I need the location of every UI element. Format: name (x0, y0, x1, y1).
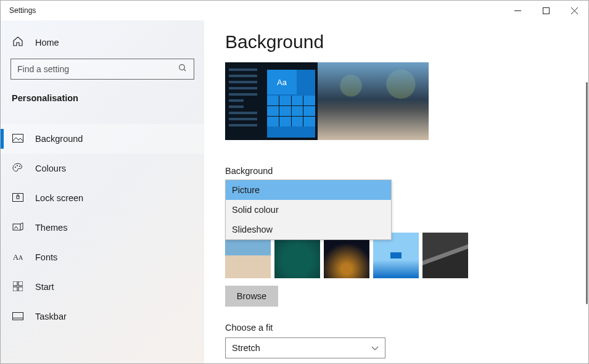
background-option-picture[interactable]: Picture (226, 180, 391, 200)
svg-rect-15 (13, 287, 17, 291)
background-option-slideshow[interactable]: Slideshow (226, 220, 391, 239)
desktop-preview: Aa (225, 62, 429, 140)
home-label: Home (35, 38, 59, 48)
sidebar-item-taskbar[interactable]: Taskbar (1, 302, 204, 331)
maximize-button[interactable] (532, 1, 560, 20)
themes-icon (12, 222, 24, 234)
background-dropdown[interactable]: Picture Solid colour Slideshow (225, 180, 392, 240)
search-placeholder: Find a setting (17, 64, 69, 74)
sample-text-tile: Aa (267, 70, 297, 94)
sidebar-item-start[interactable]: Start (1, 272, 204, 302)
sidebar-item-label: Colours (35, 163, 66, 173)
picture-thumbnail[interactable] (422, 233, 468, 278)
fit-dropdown[interactable]: Stretch (225, 337, 385, 358)
lock-screen-icon (12, 193, 24, 204)
sidebar-item-colours[interactable]: Colours (1, 154, 204, 183)
sidebar-item-label: Taskbar (35, 312, 67, 321)
fit-label: Choose a fit (225, 323, 567, 333)
svg-point-7 (15, 167, 16, 168)
sidebar-item-label: Fonts (35, 252, 57, 262)
chevron-down-icon (371, 343, 379, 353)
category-header: Personalisation (1, 83, 204, 108)
fonts-icon: AA (12, 252, 24, 262)
fit-dropdown-value: Stretch (232, 343, 260, 353)
svg-line-5 (184, 69, 186, 71)
home-button[interactable]: Home (1, 28, 204, 57)
preview-wallpaper (318, 62, 429, 140)
svg-point-8 (17, 165, 18, 166)
sidebar-item-label: Themes (35, 223, 67, 233)
svg-rect-13 (13, 281, 17, 286)
sidebar-item-fonts[interactable]: AA Fonts (1, 242, 204, 272)
window-title: Settings (9, 6, 36, 15)
svg-rect-14 (19, 281, 23, 286)
svg-point-9 (19, 165, 20, 167)
svg-point-4 (179, 65, 185, 70)
sidebar-item-background[interactable]: Background (1, 124, 204, 154)
scrollbar[interactable] (585, 20, 588, 363)
close-button[interactable] (560, 1, 588, 20)
preview-start-mock: Aa (225, 62, 318, 140)
titlebar: Settings (1, 1, 588, 20)
sidebar-item-lock-screen[interactable]: Lock screen (1, 183, 204, 213)
main-content: Background Aa Background Picture Solid c… (204, 20, 588, 363)
sidebar-item-themes[interactable]: Themes (1, 213, 204, 242)
background-option-solid-colour[interactable]: Solid colour (226, 200, 391, 220)
home-icon (12, 36, 24, 49)
picture-icon (12, 134, 24, 144)
start-icon (12, 281, 24, 293)
nav-list: Background Colours Lock screen Themes (1, 124, 204, 331)
sidebar: Home Find a setting Personalisation Back… (1, 20, 204, 363)
taskbar-icon (12, 312, 24, 322)
search-input[interactable]: Find a setting (10, 59, 194, 80)
palette-icon (12, 163, 24, 175)
svg-rect-1 (543, 7, 549, 14)
svg-rect-17 (13, 312, 23, 320)
svg-rect-6 (13, 134, 23, 142)
browse-button[interactable]: Browse (225, 286, 278, 307)
minimize-button[interactable] (503, 1, 532, 20)
sidebar-item-label: Background (35, 134, 83, 144)
sidebar-item-label: Lock screen (35, 193, 83, 203)
svg-rect-11 (17, 196, 19, 199)
background-dropdown-label: Background (225, 166, 567, 176)
sidebar-item-label: Start (35, 282, 54, 292)
window-controls (503, 1, 588, 20)
search-icon (178, 64, 187, 75)
svg-rect-16 (19, 287, 23, 291)
page-title: Background (225, 31, 567, 52)
